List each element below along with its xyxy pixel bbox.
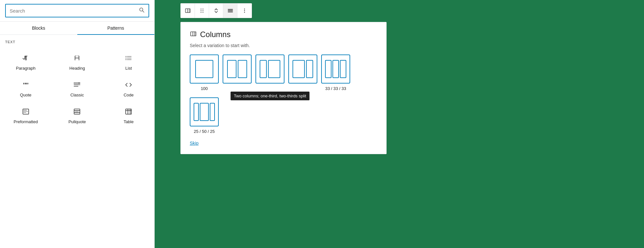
variation-btn-50-50[interactable]	[223, 55, 252, 84]
svg-rect-59	[210, 103, 215, 121]
editor-area: Columns Select a variation to start with…	[155, 0, 644, 248]
quote-label: Quote	[20, 93, 31, 97]
svg-rect-50	[260, 60, 266, 78]
svg-rect-44	[191, 32, 196, 36]
list-icon	[125, 54, 132, 63]
variation-label-100: 100	[201, 86, 208, 91]
svg-rect-2	[126, 56, 126, 57]
block-item-table[interactable]: Table	[103, 103, 154, 129]
svg-point-32	[200, 9, 201, 9]
block-item-pullquote[interactable]: Pullquote	[52, 103, 103, 129]
svg-rect-56	[340, 60, 346, 78]
block-item-classic[interactable]: Classic	[52, 76, 103, 103]
panel-columns-icon	[190, 30, 197, 39]
variation-btn-67-33[interactable]	[288, 55, 317, 84]
classic-label: Classic	[71, 93, 84, 97]
svg-rect-12	[74, 86, 78, 87]
variation-item-25-50-25: 25 / 50 / 25	[190, 97, 219, 134]
svg-rect-49	[238, 60, 247, 78]
toolbar-move-btn[interactable]	[209, 4, 223, 18]
columns-panel: Columns Select a variation to start with…	[180, 22, 387, 154]
block-item-preformatted[interactable]: Preformatted	[0, 103, 52, 129]
variation-btn-100[interactable]	[190, 55, 219, 84]
svg-point-42	[244, 10, 245, 11]
tab-patterns[interactable]: Patterns	[77, 22, 155, 35]
code-icon	[125, 81, 132, 90]
svg-rect-5	[127, 58, 131, 58]
svg-rect-48	[227, 60, 236, 78]
panel-subtitle: Select a variation to start with.	[190, 43, 377, 48]
svg-rect-29	[185, 9, 190, 13]
svg-rect-24	[75, 112, 78, 112]
svg-rect-6	[126, 59, 126, 60]
svg-text:": "	[25, 81, 29, 89]
svg-rect-17	[24, 110, 27, 111]
svg-rect-47	[196, 60, 213, 78]
search-input[interactable]	[10, 8, 139, 14]
svg-rect-52	[293, 60, 304, 78]
list-label: List	[125, 66, 132, 71]
svg-point-43	[244, 12, 245, 13]
svg-rect-4	[126, 58, 126, 58]
variation-item-50-50	[223, 55, 252, 91]
block-item-heading[interactable]: Heading	[52, 49, 103, 76]
toolbar-more-btn[interactable]	[237, 4, 252, 18]
pullquote-label: Pullquote	[68, 119, 86, 124]
svg-rect-22	[74, 113, 80, 113]
preformatted-icon	[22, 108, 30, 117]
variation-btn-25-50-25[interactable]	[190, 97, 219, 126]
left-panel: Blocks Patterns TEXT Paragraph He	[0, 0, 155, 248]
svg-point-35	[202, 10, 203, 11]
svg-rect-55	[333, 60, 339, 78]
block-item-list[interactable]: List	[103, 49, 154, 76]
code-label: Code	[124, 93, 134, 97]
variation-item-67-33	[288, 55, 317, 91]
svg-line-1	[143, 11, 144, 13]
toolbar-align-btn[interactable]	[223, 4, 237, 18]
blocks-grid: Paragraph Heading	[0, 46, 154, 132]
tab-blocks[interactable]: Blocks	[0, 22, 77, 35]
paragraph-icon	[22, 54, 30, 63]
variations-grid: 100	[190, 55, 377, 91]
skip-link[interactable]: Skip	[190, 141, 198, 146]
svg-rect-11	[74, 84, 80, 85]
svg-point-41	[244, 9, 245, 10]
block-item-code[interactable]: Code	[103, 76, 154, 103]
svg-rect-25	[126, 109, 131, 114]
block-item-paragraph[interactable]: Paragraph	[0, 49, 52, 76]
svg-rect-21	[74, 110, 80, 111]
variation-item-33-67: Two columns; one-third, two-thirds split	[255, 55, 284, 91]
svg-rect-20	[74, 109, 80, 114]
classic-icon	[73, 81, 81, 90]
svg-point-34	[200, 10, 201, 11]
heading-label: Heading	[69, 66, 85, 71]
pullquote-icon	[73, 108, 81, 117]
svg-rect-51	[268, 60, 280, 78]
toolbar-columns-btn[interactable]	[181, 4, 195, 18]
preformatted-label: Preformatted	[14, 119, 38, 124]
search-container	[0, 0, 154, 22]
right-area: Columns Select a variation to start with…	[155, 0, 644, 248]
svg-point-37	[202, 12, 203, 13]
search-icon	[139, 7, 145, 14]
variation-btn-33-33-33[interactable]	[321, 55, 350, 84]
svg-rect-57	[194, 103, 198, 121]
block-item-quote[interactable]: " " Quote	[0, 76, 52, 103]
variation-label-33-33-33: 33 / 33 / 33	[325, 86, 346, 91]
toolbar-drag-btn[interactable]	[195, 4, 209, 18]
paragraph-label: Paragraph	[16, 66, 35, 71]
svg-point-36	[200, 12, 201, 13]
table-icon	[125, 108, 132, 117]
search-box	[5, 4, 149, 17]
svg-rect-58	[200, 103, 208, 121]
block-toolbar	[180, 3, 252, 18]
table-label: Table	[124, 119, 134, 124]
panel-title: Columns	[200, 30, 231, 39]
svg-rect-7	[127, 60, 131, 60]
svg-rect-18	[24, 111, 28, 112]
svg-rect-23	[75, 111, 79, 112]
svg-rect-3	[127, 56, 131, 57]
svg-rect-54	[325, 60, 331, 78]
variation-btn-33-67[interactable]	[255, 55, 284, 84]
heading-icon	[73, 54, 81, 63]
